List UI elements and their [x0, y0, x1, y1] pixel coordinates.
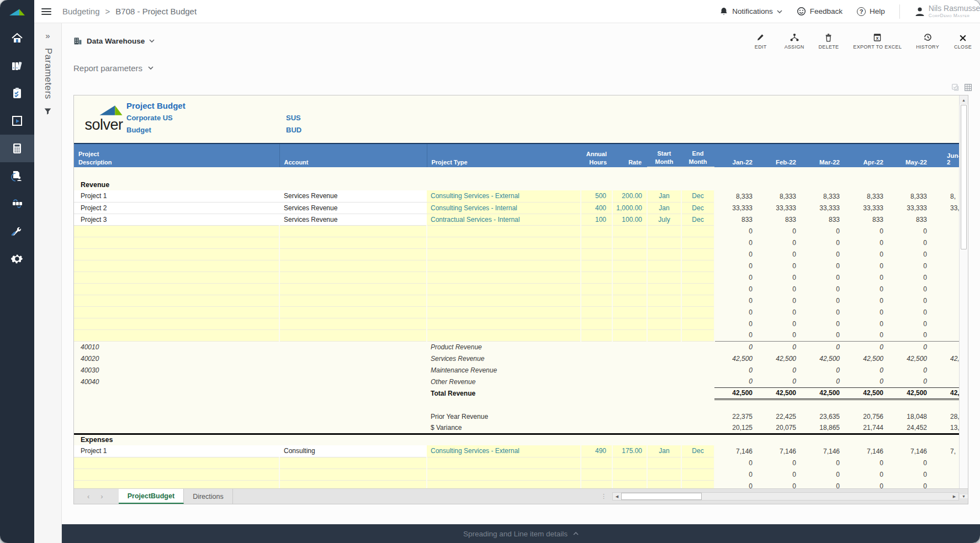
- column-header-hours[interactable]: AnnualHours: [581, 143, 612, 167]
- chevron-up-icon: [573, 531, 579, 536]
- sidebar-item-budgeting[interactable]: [0, 135, 34, 162]
- sheet-tab-projectbudget[interactable]: ProjectBudget: [119, 489, 184, 504]
- tab-scroll-right-icon[interactable]: ›: [100, 492, 103, 501]
- grid-row-section: Expenses: [74, 434, 959, 445]
- sidebar-item-workflow[interactable]: [0, 190, 34, 217]
- scroll-up-icon[interactable]: ▲: [960, 95, 968, 104]
- sidebar-item-tasks[interactable]: [0, 79, 34, 107]
- grid-row-acct: 40030Maintenance Revenue00000: [74, 364, 959, 376]
- user-role: CorpDemo Master: [929, 13, 980, 18]
- grid-row-blank: [74, 167, 959, 179]
- column-header-account[interactable]: Account: [279, 143, 427, 167]
- column-header-month-5[interactable]: Jun-2: [933, 143, 959, 167]
- top-bar: Budgeting > B708 - Project Budget Notifi…: [34, 0, 980, 23]
- grid-row-input: Project 1ConsultingConsulting Services -…: [74, 445, 959, 457]
- export-to-excel-icon: X: [873, 32, 882, 42]
- report-play-icon: [10, 114, 24, 127]
- feedback-button[interactable]: Feedback: [797, 7, 843, 16]
- grid-row-empty: 00000: [74, 272, 959, 283]
- export-to-excel-button[interactable]: XEXPORT TO EXCEL: [853, 32, 902, 50]
- grid-row-empty: 00000: [74, 248, 959, 260]
- column-header-rate[interactable]: Rate: [612, 143, 647, 167]
- grid-view-options: [62, 81, 980, 94]
- sheet-tab-directions[interactable]: Directions: [184, 489, 233, 504]
- column-header-desc[interactable]: ProjectDescription: [74, 143, 279, 167]
- grid-row-acct: 40040Other Revenue00000: [74, 376, 959, 387]
- notifications-button[interactable]: Notifications: [719, 7, 782, 16]
- report-toolbar: Data Warehouse EDITASSIGNDELETEXEXPORT T…: [62, 23, 980, 55]
- svg-text:X: X: [876, 36, 879, 41]
- sidebar-item-assignments[interactable]: [0, 162, 34, 190]
- grid-row-total: Total Revenue42,50042,50042,50042,50042,…: [74, 387, 959, 399]
- edit-icon: [756, 32, 765, 42]
- data-source-select[interactable]: Data Warehouse: [73, 36, 155, 45]
- sidebar-item-reports[interactable]: [0, 107, 34, 135]
- grid-row-empty: 00000: [74, 469, 959, 480]
- expand-parameters-icon[interactable]: »: [45, 31, 50, 40]
- breadcrumb-section[interactable]: Budgeting: [62, 7, 100, 16]
- assign-button[interactable]: ASSIGN: [785, 32, 804, 50]
- grid-row-plain: Prior Year Revenue22,37522,42523,63520,7…: [74, 411, 959, 422]
- grid-header-row: ProjectDescription Account Project TypeA…: [74, 143, 959, 167]
- divider: [899, 4, 900, 19]
- vertical-scroll-thumb[interactable]: [961, 105, 967, 249]
- app-logo: [0, 0, 34, 24]
- toolbar-actions: EDITASSIGNDELETEXEXPORT TO EXCELHISTORYC…: [751, 32, 972, 50]
- data-warehouse-icon: [73, 36, 82, 45]
- column-header-month-3[interactable]: Apr-22: [845, 143, 889, 167]
- breadcrumb: Budgeting > B708 - Project Budget: [62, 7, 197, 16]
- bell-icon: [719, 7, 728, 16]
- sidebar-item-admin-tools[interactable]: [0, 217, 34, 245]
- report-scenario-code: BUD: [286, 126, 301, 134]
- smiley-icon: [797, 7, 806, 16]
- help-label: Help: [870, 7, 885, 15]
- data-source-label: Data Warehouse: [87, 37, 145, 45]
- grid-row-acct: 40020Services Revenue42,50042,50042,5004…: [74, 353, 959, 364]
- column-header-month-4[interactable]: May-22: [889, 143, 933, 167]
- grid-row-empty: 00000: [74, 306, 959, 318]
- budget-grid[interactable]: ProjectDescription Account Project TypeA…: [74, 143, 959, 488]
- horizontal-scroll-thumb[interactable]: [621, 493, 702, 500]
- help-icon: ?: [857, 7, 866, 16]
- chevron-down-icon: [148, 66, 153, 70]
- report-parameters-toggle[interactable]: Report parameters: [62, 55, 980, 81]
- sidebar-item-home[interactable]: [0, 24, 34, 52]
- parameters-rail: » Parameters: [34, 23, 62, 543]
- sheet-tabs: ProjectBudgetDirections: [119, 489, 233, 504]
- report-scenario: Budget: [126, 126, 151, 134]
- user-menu[interactable]: Nils Rasmussen CorpDemo Master: [914, 4, 980, 18]
- multi-select-icon[interactable]: [951, 83, 960, 92]
- report-parameters-label: Report parameters: [73, 63, 142, 73]
- sidebar-item-library[interactable]: [0, 52, 34, 79]
- spreading-panel-toggle[interactable]: Spreading and Line item details: [62, 524, 980, 543]
- delete-button[interactable]: DELETE: [819, 32, 839, 50]
- close-button[interactable]: CLOSE: [953, 32, 972, 50]
- grid-row-input: Project 1Services RevenueConsulting Serv…: [74, 190, 959, 202]
- scroll-left-icon[interactable]: ◀: [613, 493, 621, 500]
- column-header-end[interactable]: EndMonth: [681, 143, 714, 167]
- column-header-type[interactable]: Project Type: [427, 143, 581, 167]
- grid-row-empty: 00000: [74, 295, 959, 306]
- horizontal-scrollbar[interactable]: ◀ ▶: [612, 492, 959, 501]
- scroll-down-icon[interactable]: ▼: [959, 494, 968, 498]
- splitter-handle[interactable]: ⋮: [601, 493, 607, 500]
- history-icon: [923, 32, 933, 42]
- column-header-month-0[interactable]: Jan-22: [714, 143, 758, 167]
- history-button[interactable]: HISTORY: [916, 32, 939, 50]
- filter-icon[interactable]: [44, 107, 52, 115]
- vertical-scrollbar[interactable]: ▲: [959, 95, 968, 488]
- main-sidebar: [0, 0, 34, 543]
- help-button[interactable]: ? Help: [857, 7, 885, 16]
- column-header-month-2[interactable]: Mar-22: [802, 143, 845, 167]
- sitemap-icon: [10, 197, 24, 210]
- sidebar-item-settings[interactable]: [0, 245, 34, 273]
- edit-button[interactable]: EDIT: [751, 32, 770, 50]
- scroll-right-icon[interactable]: ▶: [950, 493, 958, 500]
- column-header-month-1[interactable]: Feb-22: [758, 143, 802, 167]
- grid-view-icon[interactable]: [964, 83, 972, 92]
- assign-icon: [790, 32, 799, 42]
- column-header-start[interactable]: StartMonth: [647, 143, 681, 167]
- parameters-rail-label[interactable]: Parameters: [43, 48, 54, 99]
- menu-icon[interactable]: [41, 7, 51, 17]
- tab-scroll-left-icon[interactable]: ‹: [87, 492, 89, 501]
